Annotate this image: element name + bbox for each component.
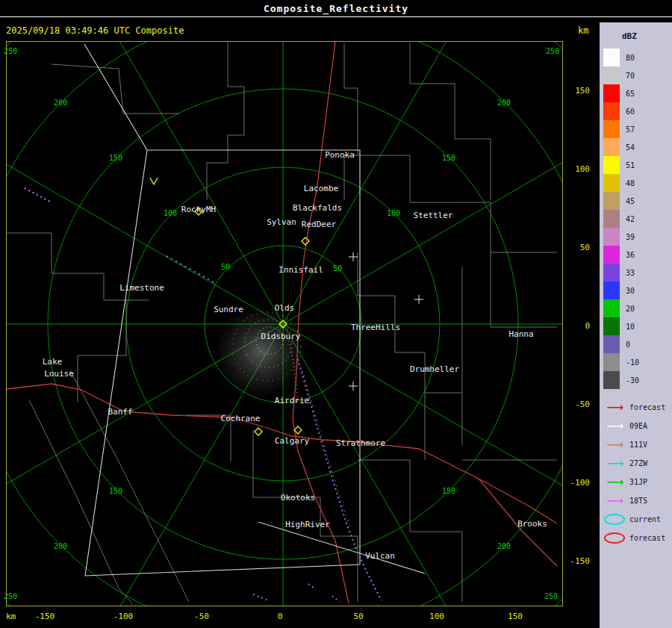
x-axis-tick-label: 0	[264, 612, 296, 621]
colorbar-value: 54	[626, 143, 635, 152]
y-axis-tick-label: -50	[563, 400, 590, 409]
colorbar-swatch	[603, 192, 620, 210]
legend-label: forecast	[629, 534, 665, 542]
colorbar-swatch	[603, 138, 620, 156]
legend-row: ⟶ 27ZW	[603, 454, 672, 473]
colorbar-value: 60	[626, 108, 635, 116]
colorbar-swatch	[603, 49, 620, 66]
track-arrow-icon: ⟶	[603, 460, 628, 467]
radar-map-area: 2025/09/18 03:49:46 UTC Composite km	[0, 17, 597, 628]
y-axis-tick-label: 150	[563, 86, 590, 96]
legend-label: 31JP	[629, 478, 647, 486]
legend-row: ⟶ forecast	[603, 398, 672, 417]
colorbar-row: 10	[603, 317, 672, 335]
colorbar-row: 65	[603, 84, 672, 102]
track-arrow-icon: ⟶	[603, 497, 628, 505]
y-axis-tick-label: 50	[563, 243, 590, 252]
colorbar-row: 51	[603, 156, 672, 174]
colorbar-swatch	[603, 120, 620, 138]
colorbar-row: 20	[603, 299, 672, 317]
track-arrow-icon: ⟶	[603, 423, 628, 430]
colorbar-swatch	[603, 282, 620, 299]
colorbar-value: 51	[626, 161, 635, 170]
legend-row: ⟶ 18TS	[603, 491, 672, 510]
colorbar-value: 39	[626, 233, 635, 241]
track-arrow-icon: ⟶	[603, 404, 628, 411]
right-axis-unit: km	[578, 25, 588, 36]
colorbar-swatch	[603, 102, 620, 120]
colorbar-value: 65	[626, 90, 635, 98]
colorbar-value: 30	[626, 287, 635, 295]
legend-label: 111V	[629, 441, 647, 449]
colorbar-value: 42	[626, 215, 635, 223]
colorbar-value: 0	[626, 341, 630, 349]
clutter-echoes	[214, 305, 307, 400]
colorbar-value: 10	[626, 323, 635, 331]
colorbar-row: 36	[603, 246, 672, 264]
y-axis-tick-label: 0	[563, 321, 590, 331]
colorbar-swatch	[603, 210, 620, 228]
precip-echoes	[25, 188, 382, 602]
colorbar-value: 45	[626, 197, 635, 205]
x-axis-tick-label: 50	[342, 612, 375, 621]
colorbar-value: 57	[626, 125, 635, 134]
colorbar-row: 33	[603, 264, 672, 282]
colorbar-swatch	[603, 246, 620, 264]
x-axis-tick-label: 100	[420, 612, 453, 621]
legend-shape-row: current	[603, 510, 672, 529]
colorbar-value: 36	[626, 251, 635, 259]
legend-shape-row: forecast	[603, 529, 672, 547]
legend-row: ⟶ 31JP	[603, 473, 672, 491]
colorbar-unit-label: dBZ	[622, 31, 672, 41]
dbz-colorbar: 80 70 65 60 57	[600, 49, 672, 389]
colorbar-value: 48	[626, 179, 635, 187]
track-arrow-icon: ⟶	[603, 479, 628, 486]
colorbar-row: 39	[603, 228, 672, 246]
colorbar-row: 54	[603, 138, 672, 156]
colorbar-row: 60	[603, 102, 672, 120]
legend-label: 09EA	[629, 422, 647, 430]
y-axis-tick-label: 100	[563, 164, 590, 174]
colorbar-row: 45	[603, 192, 672, 210]
window-title: Composite_Reflectivity	[264, 3, 408, 14]
legend-row: ⟶ 111V	[603, 435, 672, 454]
colorbar-swatch	[603, 371, 620, 389]
title-bar: Composite_Reflectivity	[0, 0, 672, 17]
colorbar-row: 42	[603, 210, 672, 228]
colorbar-row: -30	[603, 371, 672, 389]
radar-canvas[interactable]	[7, 42, 562, 606]
colorbar-row: 0	[603, 335, 672, 353]
track-arrow-icon: ⟶	[603, 441, 628, 449]
colorbar-swatch	[603, 84, 620, 102]
colorbar-swatch	[603, 228, 620, 246]
legend-label: current	[629, 515, 661, 523]
colorbar-swatch	[603, 299, 620, 317]
radar-window: Composite_Reflectivity 2025/09/18 03:49:…	[0, 0, 672, 628]
legend-sidebar: dBZ 80 70 65 60	[600, 22, 672, 628]
cell-ellipse-icon	[604, 532, 625, 544]
legend-label: 27ZW	[629, 459, 647, 467]
colorbar-row: 30	[603, 282, 672, 299]
radar-site-markers	[150, 178, 309, 435]
radar-plot[interactable]	[6, 41, 563, 606]
colorbar-value: 33	[626, 269, 635, 277]
legend-label: 18TS	[629, 497, 647, 505]
x-axis-tick-label: 150	[499, 612, 532, 621]
colorbar-row: 70	[603, 66, 672, 84]
colorbar-swatch	[603, 264, 620, 282]
colorbar-row: -10	[603, 353, 672, 371]
colorbar-value: -10	[626, 358, 639, 367]
colorbar-swatch	[603, 156, 620, 174]
timestamp-label: 2025/09/18 03:49:46 UTC Composite	[6, 25, 184, 36]
track-legend: ⟶ forecast ⟶ 09EA ⟶ 111V ⟶ 27ZW	[600, 398, 672, 547]
x-axis-tick-label: -100	[107, 612, 140, 621]
colorbar-swatch	[603, 317, 620, 335]
x-axis-tick-label: -50	[185, 612, 218, 621]
x-axis-tick-label: -150	[28, 612, 61, 621]
y-axis-tick-label: -100	[563, 478, 590, 488]
colorbar-value: 20	[626, 305, 635, 313]
colorbar-value: 70	[626, 72, 635, 80]
legend-row: ⟶ 09EA	[603, 417, 672, 435]
colorbar-value: 80	[626, 54, 635, 62]
cell-ellipse-icon	[604, 514, 625, 525]
